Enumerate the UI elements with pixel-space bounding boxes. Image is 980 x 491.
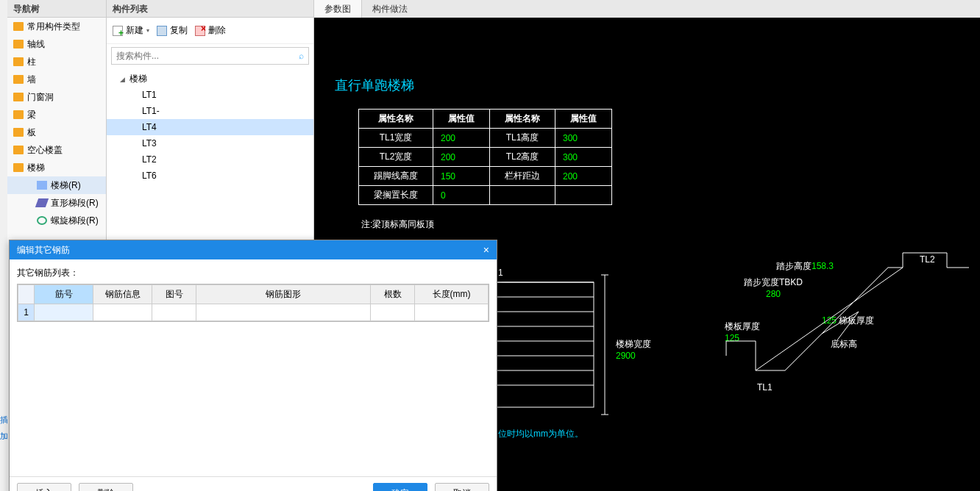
new-button[interactable]: 新建▾ [113,24,149,37]
col-shape[interactable]: 钢筋图形 [196,285,371,304]
search-icon[interactable]: ⌕ [294,51,308,61]
list-header: 构件列表 [107,0,313,18]
nav-label: 轴线 [27,35,45,53]
cell-val[interactable]: 200 [433,129,490,148]
copy-button[interactable]: 复制 [157,24,188,37]
cell-val[interactable]: 0 [433,186,490,205]
th-name2: 属性名称 [490,110,555,129]
new-label: 新建 [126,24,143,37]
cell-val[interactable] [555,186,612,205]
cell: TL2高度 [490,148,555,167]
nav-label: 楼梯 [27,159,45,176]
new-icon [113,26,123,36]
note-text: 注:梁顶标高同板顶 [361,218,965,231]
insert-button[interactable]: 插入 [17,483,71,491]
tree-leaf[interactable]: LT1 [107,87,313,103]
nav-item-wall[interactable]: 墙 [7,71,106,88]
stair-plan-svg [491,253,638,429]
nav-item-beam[interactable]: 梁 [7,106,106,123]
nav-item-hollow[interactable]: 空心楼盖 [7,141,106,159]
tab-param[interactable]: 参数图 [314,0,362,18]
list-toolbar: 新建▾ 复制 删除 [107,18,313,44]
nav-item-column[interactable]: 柱 [7,53,106,71]
cell: TL1高度 [490,129,555,148]
cell[interactable] [415,304,489,321]
ok-button[interactable]: 确定 [373,483,427,491]
cell[interactable] [93,304,152,321]
rownum-1[interactable]: 1 [18,304,35,321]
cell-val[interactable]: 300 [555,148,612,167]
gutter-add[interactable]: 加 [0,428,7,444]
tree-root-stair[interactable]: 楼梯 [107,71,313,87]
nav-label: 墙 [27,71,36,88]
close-icon[interactable]: × [483,240,489,259]
cancel-button[interactable]: 取消 [435,483,489,491]
left-gutter: 插 加 [0,412,7,444]
cell: 栏杆距边 [490,167,555,186]
folder-icon [13,22,24,31]
tree-leaf-selected[interactable]: LT4 [107,119,313,135]
cell: 踢脚线高度 [359,167,433,186]
stair-elevation-svg [711,231,976,422]
nav-label: 楼梯(R) [51,176,81,194]
cell[interactable] [152,304,196,321]
col-count[interactable]: 根数 [371,285,415,304]
cell-val[interactable]: 200 [555,167,612,186]
delete-label: 删除 [208,24,226,37]
search-input[interactable] [112,51,294,61]
nav-label: 门窗洞 [27,88,54,106]
nav-sub-straight[interactable]: 直形梯段(R) [7,194,106,212]
nav-label: 螺旋梯段(R) [51,212,99,229]
rownum-header [18,285,35,304]
copy-icon [157,26,167,36]
nav-sub-stair[interactable]: 楼梯(R) [7,176,106,194]
folder-icon [13,146,24,154]
cell-val[interactable]: 200 [433,148,490,167]
folder-icon [13,57,24,66]
delete-icon [195,26,205,36]
folder-icon [13,93,24,101]
svg-rect-2 [491,282,594,407]
segment-icon [35,198,49,207]
cell-val[interactable]: 150 [433,167,490,186]
delete-button[interactable]: 删除 [195,24,226,37]
gutter-insert[interactable]: 插 [0,412,7,428]
tab-bar: 参数图 构件做法 [314,0,980,18]
col-info[interactable]: 钢筋信息 [93,285,152,304]
modal-footer: 插入 删除 确定 取消 [10,476,497,491]
cell: TL2宽度 [359,148,433,167]
nav-item-common[interactable]: 常用构件类型 [7,18,106,35]
folder-icon [13,110,24,119]
tree-leaf[interactable]: LT1- [107,103,313,119]
col-length[interactable]: 长度(mm) [415,285,489,304]
cell-edit[interactable] [35,304,93,321]
folder-open-icon [13,163,24,172]
modal-header[interactable]: 编辑其它钢筋 × [10,240,497,259]
tree-leaf[interactable]: LT3 [107,135,313,151]
nav-sub-spiral[interactable]: 螺旋梯段(R) [7,212,106,229]
search-box: ⌕ [111,47,309,65]
modal-title: 编辑其它钢筋 [17,240,70,259]
nav-item-opening[interactable]: 门窗洞 [7,88,106,106]
rebar-modal: 编辑其它钢筋 × 其它钢筋列表： 筋号 钢筋信息 图号 钢筋图形 根数 长度(m… [9,240,497,491]
tab-method[interactable]: 构件做法 [362,0,418,18]
cell[interactable] [371,304,415,321]
delete-row-button[interactable]: 删除 [79,483,133,491]
nav-item-slab[interactable]: 板 [7,123,106,141]
nav-label: 板 [27,123,36,141]
th-val: 属性值 [433,110,490,129]
col-drawing[interactable]: 图号 [152,285,196,304]
nav-label: 柱 [27,53,36,71]
tree-leaf[interactable]: LT2 [107,151,313,168]
nav-item-stair[interactable]: 楼梯 [7,159,106,176]
col-number[interactable]: 筋号 [35,285,93,304]
cell-val[interactable]: 300 [555,129,612,148]
nav-item-axis[interactable]: 轴线 [7,35,106,53]
folder-icon [13,128,24,137]
cell [490,186,555,205]
nav-label: 梁 [27,106,36,123]
cell: 梁搁置长度 [359,186,433,205]
cell[interactable] [196,304,371,321]
tree-leaf[interactable]: LT6 [107,168,313,184]
stair-icon [37,181,47,190]
